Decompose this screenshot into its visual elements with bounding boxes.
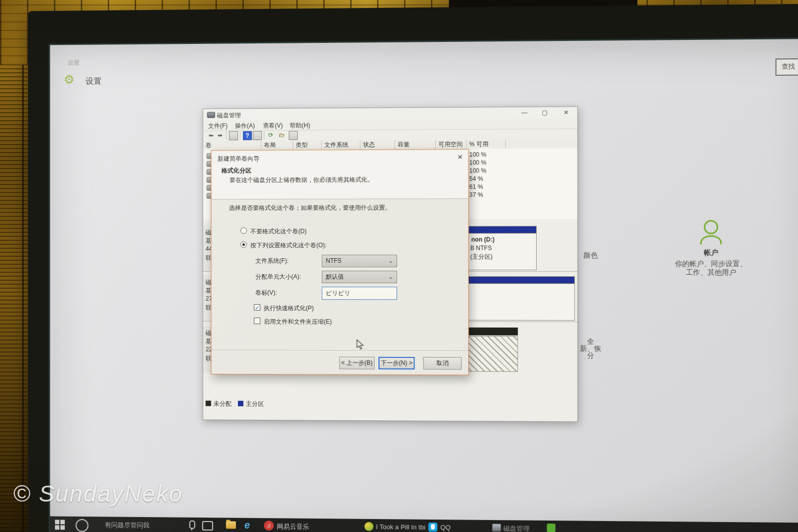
disk-management-task-label[interactable]: 磁盘管理 [503,524,530,532]
file-explorer-icon[interactable] [226,521,236,529]
partition-type: (主分区) [470,253,493,261]
settings-update-fragment-3: 分 [587,352,594,360]
wizard-separator [211,350,468,351]
radio-no-format[interactable] [240,227,247,234]
microphone-icon[interactable] [189,521,195,529]
alloc-unit-value: 默认值 [326,273,344,280]
column-type[interactable]: 类型 [293,140,322,149]
toolbar-separator [264,131,264,139]
properties-icon[interactable] [289,131,298,140]
file-system-value: NTFS [326,257,341,264]
minimize-button[interactable]: — [517,107,532,118]
settings-search-box[interactable]: 查找 [776,58,798,76]
legend-unallocated: 未分配 [205,400,231,408]
edge-browser-icon[interactable]: e [244,520,250,531]
forward-arrow-icon[interactable]: ➡ [216,131,224,139]
menu-help[interactable]: 帮助(H) [290,121,310,130]
settings-accounts-tile[interactable]: 帐户 你的帐户、同步设置、 工作、其他用户 [626,220,796,277]
cortana-icon[interactable] [76,519,89,532]
menu-file[interactable]: 文件(F) [208,122,227,130]
rescan-disks-icon[interactable]: 🗁 [278,131,286,139]
screen: 设置 ⚙ 设置 查找 颜色 全 新、恢 分 帐户 你的帐户、同步设置、 工作、其… [48,37,798,532]
account-person-icon [626,220,796,244]
toolbar-separator [226,131,226,139]
now-playing-label[interactable]: I Took a Pill In Ibi [376,523,425,531]
netease-music-icon[interactable]: ♫ [264,521,274,531]
primary-swatch [238,401,243,406]
menu-view[interactable]: 查看(V) [263,122,283,130]
settings-window-title: 设置 [68,59,80,67]
task-view-icon[interactable] [202,521,213,531]
wizard-intro: 选择是否要格式化这个卷；如果要格式化，要使用什么设置。 [229,203,391,212]
mouse-cursor [357,339,364,352]
alloc-unit-label: 分配单元大小(A): [255,273,301,281]
green-app-icon[interactable] [547,524,555,532]
legend-primary: 主分区 [238,400,264,408]
disk-management-app-icon [207,112,215,118]
quick-format-checkbox[interactable]: ✓ [254,304,260,311]
monitor-bezel: 设置 ⚙ 设置 查找 颜色 全 新、恢 分 帐户 你的帐户、同步设置、 工作、其… [28,4,798,532]
wizard-caption: 新建简单卷向导 [217,155,259,163]
settings-colors-label[interactable]: 颜色 [584,251,598,260]
volume-label-label: 卷标(V): [255,289,277,297]
new-simple-volume-wizard: 新建简单卷向导 ✕ 格式化分区 要在这个磁盘分区上储存数据，你必须先将其格式化。… [211,149,469,375]
accounts-title: 帐户 [626,248,796,258]
column-free[interactable]: 可用空间 [436,140,467,149]
refresh-icon[interactable]: ⟳ [267,131,275,139]
column-capacity[interactable]: 容量 [395,140,436,149]
quick-format-label[interactable]: 执行快速格式化(P) [264,304,314,313]
compression-checkbox[interactable] [254,318,260,324]
file-system-label: 文件系统(F): [255,257,289,265]
now-playing-icon[interactable] [365,522,374,531]
compression-label[interactable]: 启用文件和文件夹压缩(E) [264,318,332,326]
radio-no-format-label[interactable]: 不要格式化这个卷(D) [250,227,307,236]
taskbar: 有问题尽管问我 e ♫ 网易云音乐 I Took a Pill In Ibi Q… [50,516,798,532]
unallocated-swatch [205,401,211,406]
column-fs[interactable]: 文件系统 [322,140,360,149]
help-icon[interactable]: ? [243,131,252,140]
chevron-down-icon: ⌄ [389,255,393,267]
column-pct-free[interactable]: % 可用 [467,140,506,149]
settings-gear-icon: ⚙ [64,74,74,86]
file-system-dropdown[interactable]: NTFS ⌄ [322,255,397,267]
wizard-step-title: 格式化分区 [221,167,251,175]
partition-name: non (D:) [471,236,495,243]
column-volume[interactable]: 卷 [203,141,261,150]
disk-management-task-icon[interactable] [492,524,501,532]
radio-format-label[interactable]: 按下列设置格式化这个卷(O): [250,241,327,250]
toolbar-separator [240,131,240,139]
volume-pct: 37 % [469,191,483,198]
wizard-header-panel: 新建简单卷向导 ✕ 格式化分区 要在这个磁盘分区上储存数据，你必须先将其格式化。 [211,150,468,199]
wizard-close-icon[interactable]: ✕ [455,152,465,162]
back-arrow-icon[interactable]: ⬅ [207,131,215,139]
menu-action[interactable]: 操作(A) [235,122,255,130]
column-status[interactable]: 状态 [361,140,396,149]
partition-fs: B NTFS [470,245,492,252]
volume-pct: 100 % [469,159,487,166]
radio-format[interactable] [240,241,247,248]
start-button[interactable] [55,520,65,530]
close-button[interactable]: ✕ [559,107,574,118]
cortana-search-box[interactable]: 有问题尽管问我 [105,521,150,530]
qq-icon[interactable] [428,523,437,532]
disk-management-title: 磁盘管理 [217,111,241,120]
window-pane-icon[interactable] [229,131,238,140]
next-button[interactable]: 下一步(N) > [379,357,415,369]
volume-pct: 61 % [469,183,483,190]
accounts-desc: 你的帐户、同步设置、 工作、其他用户 [626,259,796,277]
window-pane2-icon[interactable] [253,131,262,140]
back-button[interactable]: < 上一步(B) [339,356,374,369]
volume-pct: 100 % [469,167,487,174]
column-layout[interactable]: 布局 [261,141,293,150]
chevron-down-icon: ⌄ [389,271,393,283]
alloc-unit-dropdown[interactable]: 默认值 ⌄ [322,271,397,283]
cancel-button[interactable]: 取消 [423,357,462,369]
settings-page-title: 设置 [85,76,102,87]
qq-label[interactable]: QQ [440,524,450,531]
column-blank [506,139,578,149]
wizard-step-desc: 要在这个磁盘分区上储存数据，你必须先将其格式化。 [229,176,374,184]
netease-music-label[interactable]: 网易云音乐 [277,522,309,532]
volume-pct: 54 % [469,175,483,182]
volume-label-input[interactable] [322,287,397,300]
maximize-button[interactable]: ▢ [537,107,553,118]
